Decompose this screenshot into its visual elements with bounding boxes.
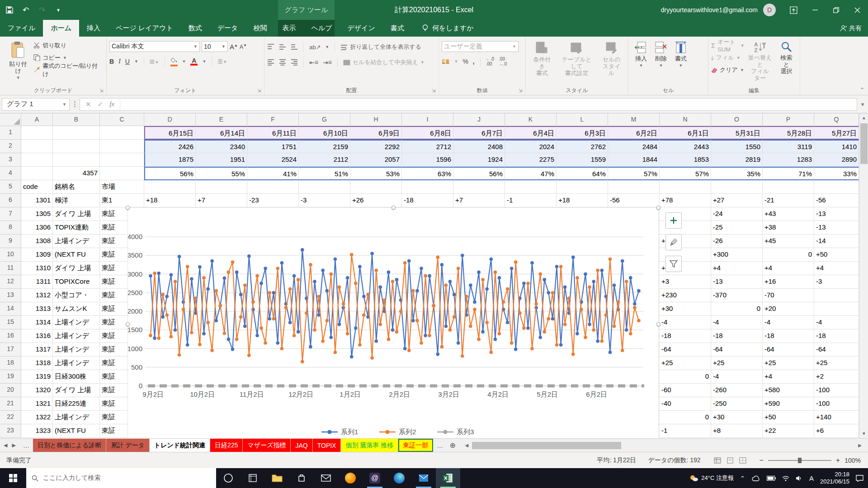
insert-function-icon[interactable]: fx [109,100,114,108]
grid-cell-E2[interactable]: 2340 [196,140,247,153]
grid-cell-H2[interactable]: 2292 [350,140,402,153]
comma-style-icon[interactable]: , [473,58,475,65]
grid-cell-N17[interactable]: -64 [660,343,711,357]
grid-cell-C1[interactable] [100,126,144,140]
delete-cells-button[interactable]: 削除▼ [651,39,671,85]
grid-cell-C5[interactable]: 市場 [100,180,144,194]
save-icon[interactable] [5,5,14,15]
grid-cell-A4[interactable] [21,167,53,180]
grid-cell-I1[interactable]: 6月8日 [402,126,453,140]
increase-font-icon[interactable]: A▲ [230,43,238,51]
grid-cell-N4[interactable]: 57% [660,167,711,180]
ribbon-tab-8[interactable]: ヘルプ [303,20,340,37]
task-view-icon[interactable] [241,468,265,488]
ribbon-tab-2[interactable]: 挿入 [79,20,108,37]
grid-cell-P16[interactable]: -18 [763,329,814,343]
grid-cell-J5[interactable] [453,180,505,194]
grid-cell-O23[interactable]: +8 [711,424,763,438]
row-header-15[interactable]: 15 [0,316,21,329]
grid-cell-O10[interactable]: +300 [711,248,763,262]
column-header-J[interactable]: J [453,113,505,126]
bold-button[interactable]: B [109,58,114,65]
grid-cell-Q10[interactable]: +50 [814,248,859,262]
page-layout-view-icon[interactable] [725,455,735,465]
grid-cell-P21[interactable]: +590 [763,397,814,411]
grid-cell-P10[interactable]: 0 [763,248,814,262]
chart-handle-mid-left[interactable] [126,322,130,326]
grid-cell-N6[interactable]: +78 [660,194,711,207]
row-header-17[interactable]: 17 [0,343,21,357]
format-painter-button[interactable]: 書式のコピー/貼り付け [33,65,104,75]
row-header-1[interactable]: 1 [0,126,21,140]
collapse-ribbon-icon[interactable]: ⌃ [860,87,864,93]
grid-cell-Q4[interactable]: 33% [814,167,859,180]
microsoft-store-icon[interactable] [289,468,314,488]
grid-cell-A20[interactable]: 1320 [21,384,53,397]
grid-cell-D1[interactable]: 6月15日 [144,126,196,140]
grid-cell-P7[interactable]: +43 [763,207,814,221]
row-header-7[interactable]: 7 [0,207,21,221]
grid-cell-O17[interactable]: -64 [711,343,763,357]
chart-elements-button[interactable] [665,212,682,229]
column-header-M[interactable]: M [608,113,660,126]
row-header-9[interactable]: 9 [0,235,21,248]
grid-cell-O6[interactable]: +27 [711,194,763,207]
grid-cell-Q3[interactable]: 2890 [814,153,859,167]
grid-cell-D5[interactable] [144,180,196,194]
account-email[interactable]: dryyourtearswithlove1@gmail.com [661,6,758,14]
align-left-icon[interactable] [267,59,274,66]
taskbar-clock[interactable]: 20:18 2021/06/15 [820,471,849,485]
grid-cell-A5[interactable]: code [21,180,53,194]
grid-cell-O22[interactable]: +30 [711,411,763,424]
increase-indent-icon[interactable]: ⇥≡ [323,59,332,66]
grid-cell-P12[interactable]: +16 [763,275,814,289]
grid-cell-P20[interactable]: +580 [763,384,814,397]
row-header-6[interactable]: 6 [0,194,21,207]
grid-cell-A6[interactable]: 1301 [21,194,53,207]
grid-cell-N19[interactable]: 0 [660,370,711,384]
row-header-2[interactable]: 2 [0,140,21,153]
cell-styles-button[interactable]: セルの スタイル [598,39,625,85]
grid-cell-J6[interactable]: +7 [453,194,505,207]
grid-cell-P19[interactable]: +4 [763,370,814,384]
column-header-A[interactable]: A [21,113,53,126]
row-header-10[interactable]: 10 [0,248,21,262]
grid-cell-Q23[interactable]: +6 [814,424,859,438]
align-right-icon[interactable] [291,59,298,66]
grid-cell-B9[interactable]: 上場インデ [53,235,100,248]
grid-cell-O1[interactable]: 5月31日 [711,126,763,140]
grid-cell-G1[interactable]: 6月10日 [299,126,350,140]
grid-cell-B6[interactable]: 極洋 [53,194,100,207]
grid-cell-A23[interactable]: 1323 [21,424,53,438]
grid-cell-F1[interactable]: 6月11日 [247,126,299,140]
grid-cell-N1[interactable]: 6月1日 [660,126,711,140]
grid-cell-B15[interactable]: 上場インデ [53,316,100,329]
find-select-button[interactable]: 検索と 選択 [776,39,797,85]
grid-cell-L2[interactable]: 2762 [557,140,608,153]
grid-cell-N22[interactable]: 0 [660,411,711,424]
grid-cell-B18[interactable]: 上場インデ [53,357,100,370]
grid-cell-O19[interactable]: -4 [711,370,763,384]
grid-cell-O18[interactable]: +25 [711,357,763,370]
grid-cell-Q5[interactable] [814,180,859,194]
grid-cell-K1[interactable]: 6月4日 [505,126,557,140]
grid-cell-D4[interactable]: 56% [144,167,196,180]
grid-cell-Q17[interactable]: -64 [814,343,859,357]
row-header-5[interactable]: 5 [0,180,21,194]
grid-cell-N2[interactable]: 2443 [660,140,711,153]
grid-cell-C4[interactable] [100,167,144,180]
grid-cell-N12[interactable]: +3 [660,275,711,289]
grid-cell-Q7[interactable]: -13 [814,207,859,221]
sheet-tab-0[interactable]: 日別と株価による診断 [33,439,106,452]
ribbon-tab-7[interactable]: 表示 [274,20,303,37]
grid-cell-P5[interactable] [763,180,814,194]
chart-filters-button[interactable] [665,256,682,272]
grid-cell-K2[interactable]: 2024 [505,140,557,153]
excel-taskbar-icon[interactable] [436,468,460,488]
grid-cell-Q21[interactable]: -100 [814,397,859,411]
grid-cell-B12[interactable]: TOPIXCore [53,275,100,289]
zoom-in-icon[interactable]: + [836,456,840,465]
ribbon-tab-5[interactable]: データ [210,20,246,37]
grid-cell-P18[interactable]: +25 [763,357,814,370]
grid-cell-I2[interactable]: 2712 [402,140,453,153]
